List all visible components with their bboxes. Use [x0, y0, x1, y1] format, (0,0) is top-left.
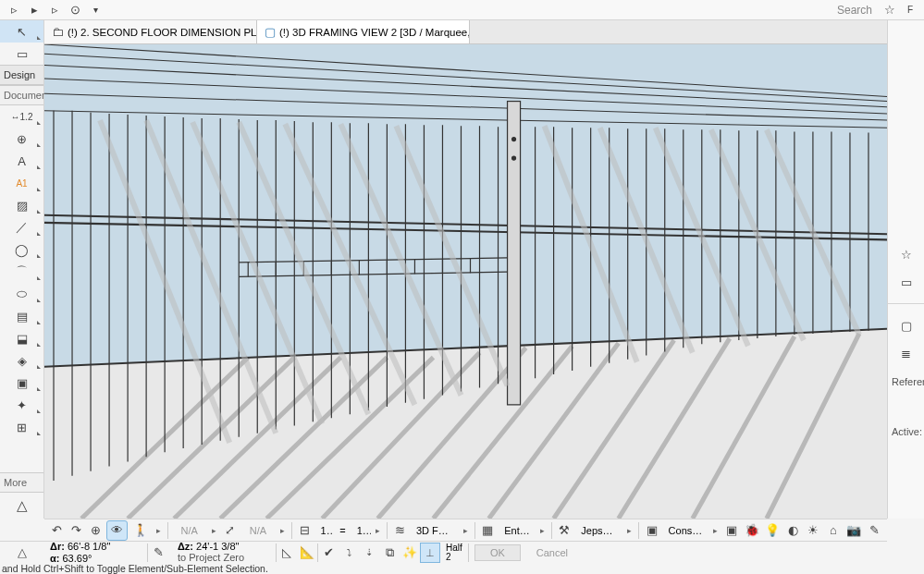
active-label: Active:: [888, 426, 924, 437]
layers-icon[interactable]: ≣: [893, 343, 919, 363]
crop-icon[interactable]: ⧉: [379, 543, 400, 563]
tab-floorplan[interactable]: 🗀 (!) 2. SECOND FLOOR DIMENSION PLAN [2.…: [44, 20, 257, 43]
polyline-tool[interactable]: ⬭: [0, 283, 43, 305]
dr-label: Δr:: [50, 541, 65, 552]
pick-tool-1[interactable]: ▹: [5, 2, 23, 18]
dropdown-arrow-icon[interactable]: ▾: [86, 2, 105, 18]
drawing-tool[interactable]: ▤: [0, 305, 43, 327]
chevron-right-icon[interactable]: ▸: [154, 526, 164, 535]
walk-icon[interactable]: 🚶: [129, 520, 152, 541]
chevron-right-icon[interactable]: ▸: [624, 526, 634, 535]
favorite-icon[interactable]: ☆: [893, 244, 919, 264]
label-tool[interactable]: A1: [0, 172, 43, 194]
chevron-right-icon[interactable]: ▸: [277, 526, 288, 535]
home-nav-icon[interactable]: ⌂: [824, 521, 843, 540]
tab-design[interactable]: Design: [0, 65, 43, 85]
svg-rect-49: [508, 102, 521, 405]
camera-icon[interactable]: 📷: [844, 521, 863, 540]
folder-icon: 🗀: [52, 25, 64, 39]
circle-tool[interactable]: ◯: [0, 238, 43, 261]
half-label: Half: [446, 543, 462, 553]
view-name-field[interactable]: 3D FRAMING V…: [411, 525, 459, 536]
orbit-icon[interactable]: 👁: [106, 520, 128, 541]
split-down-icon[interactable]: ⤵: [339, 543, 359, 563]
delta-mode-icon[interactable]: △: [18, 545, 27, 559]
page-icon[interactable]: ▭: [893, 272, 919, 292]
undo-icon[interactable]: ↶: [48, 520, 66, 541]
na-field-1: N/A: [171, 525, 206, 536]
change-tool[interactable]: ✦: [0, 394, 43, 416]
find-icon[interactable]: F: [901, 2, 919, 18]
redo-icon[interactable]: ↷: [68, 520, 85, 541]
renovation-icon[interactable]: ⚒: [555, 520, 573, 541]
layers-combo-icon[interactable]: ≋: [391, 520, 409, 541]
zoom-extent-icon[interactable]: ⤢: [221, 520, 239, 541]
cancel-button[interactable]: Cancel: [526, 544, 578, 561]
trace-icon[interactable]: ▣: [722, 521, 741, 540]
fill-tool[interactable]: ▨: [0, 194, 43, 216]
tab-more[interactable]: More: [0, 472, 43, 493]
dz-input[interactable]: [196, 541, 270, 552]
line-tool[interactable]: ／: [0, 216, 43, 238]
sun-icon[interactable]: ☀: [804, 521, 822, 540]
elevation-tool[interactable]: ◈: [0, 349, 43, 372]
pick-tool-2[interactable]: ▸: [25, 2, 43, 18]
dr-input[interactable]: [68, 541, 142, 552]
favorites-icon[interactable]: ☆: [881, 2, 899, 18]
magic-wand-icon[interactable]: ✨: [400, 543, 420, 563]
coord-dz-group: Δz: to Project Zero: [172, 542, 276, 563]
text-tool[interactable]: A: [0, 150, 43, 172]
grid-tool[interactable]: ⊞: [0, 416, 43, 438]
a-input[interactable]: [63, 553, 137, 564]
model-scope-icon[interactable]: ▦: [478, 520, 497, 541]
zoom-icon[interactable]: ⊕: [87, 520, 105, 541]
viewport-3d[interactable]: [44, 44, 887, 519]
view-nav-bar: ↶ ↷ ⊕ 👁 🚶 ▸ N/A ▸ ⤢ N/A ▸ ⊟ 1/4" = 1'-0"…: [44, 519, 887, 541]
detail-tool[interactable]: ▣: [0, 372, 43, 394]
arc-tool[interactable]: ⌒: [0, 261, 43, 283]
measure-icon[interactable]: 📐: [297, 543, 317, 563]
scale-left[interactable]: 1/4": [315, 525, 335, 536]
select-rect-icon[interactable]: ▢: [893, 315, 919, 336]
dz-label: Δz:: [178, 541, 193, 552]
level-tool[interactable]: ⊕: [0, 128, 43, 150]
chevron-right-icon[interactable]: ▸: [537, 526, 548, 535]
pick-tool-3[interactable]: ▹: [45, 2, 64, 18]
coord-dr-group: Δr: α:: [44, 542, 147, 563]
scale-right[interactable]: 1'-0": [351, 525, 372, 536]
quick-toolbar: ▹ ▸ ▹ ⊙ ▾ Search ☆ F: [0, 0, 924, 20]
renovation-filter-field[interactable]: Jepson Design …: [575, 525, 622, 536]
coord-mode-icon[interactable]: △: [0, 493, 43, 519]
half-value: 2: [446, 553, 462, 562]
gravity-icon[interactable]: ⇣: [359, 543, 379, 563]
arrow-tool[interactable]: ↖: [0, 20, 43, 43]
edit3d-icon[interactable]: ✎: [865, 521, 883, 540]
scale-icon[interactable]: ⊟: [296, 520, 314, 541]
tab-document[interactable]: Document: [0, 85, 43, 105]
chevron-right-icon[interactable]: ▸: [461, 526, 471, 535]
drawing-field[interactable]: Construction D…: [663, 525, 708, 536]
references-label: References: [888, 376, 924, 387]
snap-icon[interactable]: ⟂: [420, 543, 440, 563]
svg-rect-0: [44, 44, 887, 367]
section-tool[interactable]: ⬓: [0, 327, 43, 349]
chevron-right-icon[interactable]: ▸: [710, 526, 721, 535]
chevron-right-icon[interactable]: ▸: [209, 526, 219, 535]
search-label: Search: [837, 4, 872, 17]
marquee-tool[interactable]: ▭: [0, 43, 43, 65]
ok-button[interactable]: OK: [474, 544, 521, 561]
drawing-scale-icon[interactable]: ▣: [643, 520, 661, 541]
bug-icon[interactable]: 🐞: [743, 521, 761, 540]
scale-equals: =: [336, 525, 349, 536]
model-scope-field[interactable]: Entire Model: [499, 525, 536, 536]
guide-icon[interactable]: ◺: [277, 543, 297, 563]
shadow-icon[interactable]: ◐: [783, 521, 802, 540]
dimension-tool[interactable]: ↔1.2: [0, 105, 43, 128]
document-tabs: 🗀 (!) 2. SECOND FLOOR DIMENSION PLAN [2.…: [44, 20, 887, 44]
tab-3d-view[interactable]: ▢ (!) 3D FRAMING VIEW 2 [3D / Marquee, A…: [257, 20, 470, 43]
chevron-right-icon[interactable]: ▸: [373, 526, 383, 535]
magnet-icon[interactable]: ⊙: [66, 2, 84, 18]
check-icon[interactable]: ✔: [318, 543, 339, 563]
light-icon[interactable]: 💡: [763, 521, 782, 540]
pencil-icon[interactable]: ✎: [148, 542, 172, 563]
